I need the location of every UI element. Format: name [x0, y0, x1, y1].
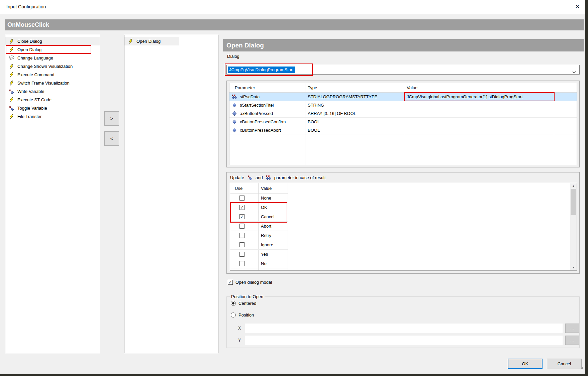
resize-grip-icon[interactable] — [579, 366, 583, 372]
position-radio-label: Position — [238, 312, 254, 318]
param-row-sstartsectiontitel[interactable]: sStartSectionTitel STRING — [229, 101, 577, 109]
result-options-header: Use Value — [230, 183, 288, 194]
add-action-button[interactable]: > — [104, 111, 119, 126]
scroll-down-icon[interactable]: ▼ — [570, 265, 577, 270]
use-checkbox[interactable] — [239, 233, 244, 238]
x-browse-button[interactable]: ... — [565, 324, 579, 333]
action-item-open-dialog[interactable]: Open Dialog — [5, 45, 100, 54]
action-item-write-variable[interactable]: Write Variable — [5, 87, 100, 96]
param-row-stpscdata[interactable]: stPscData STDIALOGPROGRAMSTARTTYPE JCmpV… — [229, 93, 577, 101]
param-value[interactable]: JCmpVisu.global.astProgramGenerator[1].s… — [405, 94, 554, 99]
result-options-scrollbar[interactable]: ▲ ▼ — [570, 183, 577, 270]
bolt-icon — [127, 39, 133, 44]
action-item-file-transfer[interactable]: File Transfer — [5, 112, 100, 121]
x-input[interactable] — [245, 324, 563, 333]
result-value: Cancel — [261, 214, 274, 219]
result-value: OK — [261, 205, 267, 210]
centered-radio-row: Centered — [231, 301, 256, 306]
bolt-icon — [8, 47, 14, 52]
action-item-execute-st-code[interactable]: Execute ST-Code — [5, 96, 100, 104]
dialog-combobox-value: JCmpPgVisu.DialogProgramStart — [228, 67, 295, 73]
chevron-down-icon[interactable] — [572, 69, 576, 75]
action-item-change-shown-visualization[interactable]: Change Shown Visualization — [5, 62, 100, 71]
update-label-prefix: Update — [230, 175, 244, 180]
scroll-up-icon[interactable]: ▲ — [570, 183, 577, 189]
y-browse-button[interactable]: ... — [565, 336, 579, 345]
position-group-title: Position to Open — [230, 294, 265, 299]
parameter-table: Parameter Type Value stPscData STDIALOGP… — [229, 83, 577, 165]
position-to-open-group: Position to Open Centered Position X ...… — [226, 296, 580, 348]
result-option-cancel: ✓ Cancel — [230, 212, 288, 222]
param-name: xButtonPressedAbort — [240, 128, 281, 133]
bolt-icon — [8, 39, 14, 44]
remove-action-button[interactable]: < — [104, 131, 119, 146]
result-option-retry: Retry — [230, 231, 288, 240]
available-actions-list: Close Dialog Open Dialog Change Language… — [5, 35, 100, 353]
use-checkbox[interactable]: ✓ — [239, 205, 244, 210]
action-item-change-language[interactable]: Change Language — [5, 54, 100, 62]
open-dialog-modal-label: Open dialog modal — [235, 280, 272, 285]
y-input[interactable] — [245, 336, 563, 345]
bolt-icon — [8, 81, 14, 86]
result-option-no: No — [230, 259, 288, 268]
action-label: Open Dialog — [136, 39, 161, 44]
action-label: Change Language — [17, 55, 53, 60]
parameter-table-header: Parameter Type Value — [229, 83, 577, 93]
update-label-and: and — [256, 175, 263, 180]
param-icon — [231, 119, 237, 124]
param-inout-icon — [231, 94, 237, 99]
event-header: OnMouseClick — [5, 19, 584, 30]
ok-button[interactable]: OK — [508, 359, 543, 369]
action-item-execute-command[interactable]: Execute Command — [5, 71, 100, 79]
configured-action-open-dialog[interactable]: Open Dialog — [124, 37, 179, 45]
use-checkbox[interactable] — [239, 261, 244, 266]
use-checkbox[interactable] — [239, 224, 244, 229]
result-value: Abort — [261, 224, 271, 229]
x-label: X — [237, 324, 242, 333]
result-value: Retry — [261, 233, 271, 238]
detail-header: Open Dialog — [223, 39, 584, 51]
dialog-field-label: Dialog — [227, 54, 239, 59]
dialog-combobox[interactable]: JCmpPgVisu.DialogProgramStart — [226, 65, 580, 75]
close-icon[interactable]: ✕ — [575, 3, 580, 10]
action-label: Toggle Variable — [17, 106, 47, 111]
titlebar: Input Configuration ✕ — [0, 0, 585, 14]
action-label: Close Dialog — [17, 39, 42, 44]
parameter-panel: Parameter Type Value stPscData STDIALOGP… — [226, 81, 580, 167]
action-label: File Transfer — [17, 114, 41, 119]
action-label: Execute ST-Code — [17, 97, 52, 102]
param-name: axButtonPressed — [240, 111, 273, 116]
column-header-value: Value — [261, 186, 272, 191]
param-name: xButtonPressedConfirm — [240, 119, 286, 124]
param-type: BOOL — [305, 128, 405, 133]
bolt-icon — [8, 72, 14, 78]
param-row-xbuttonpressedabort[interactable]: xButtonPressedAbort BOOL — [229, 126, 577, 134]
param-name: stPscData — [240, 94, 260, 99]
use-checkbox[interactable] — [239, 196, 244, 201]
param-type: BOOL — [305, 119, 405, 124]
param-icon — [231, 102, 237, 108]
param-row-xbuttonpressedconfirm[interactable]: xButtonPressedConfirm BOOL — [229, 118, 577, 126]
open-dialog-modal-checkbox[interactable]: ✓ — [228, 280, 233, 285]
centered-radio[interactable] — [231, 301, 236, 306]
position-radio[interactable] — [231, 312, 236, 318]
column-header-value: Value — [405, 85, 554, 90]
action-item-toggle-variable[interactable]: Toggle Variable — [5, 104, 100, 112]
speech-bubble-icon — [8, 55, 14, 61]
param-row-axbuttonpressed[interactable]: axButtonPressed ARRAY [0..16] OF BOOL — [229, 109, 577, 118]
bolt-icon — [8, 64, 14, 69]
configured-actions-list: Open Dialog — [124, 35, 218, 353]
toggle-variable-icon — [8, 106, 14, 111]
scrollbar-thumb[interactable] — [571, 189, 576, 215]
action-label: Write Variable — [17, 89, 44, 94]
use-checkbox[interactable]: ✓ — [239, 214, 244, 219]
param-icon — [231, 127, 237, 133]
action-item-switch-frame-visualization[interactable]: Switch Frame Visualization — [5, 79, 100, 87]
result-option-ignore: Ignore — [230, 240, 288, 250]
use-checkbox[interactable] — [239, 242, 244, 247]
update-result-title: Update and parameter in case of result — [230, 175, 326, 180]
use-checkbox[interactable] — [239, 252, 244, 257]
cancel-button[interactable]: Cancel — [547, 359, 582, 369]
action-label: Change Shown Visualization — [17, 64, 73, 69]
action-item-close-dialog[interactable]: Close Dialog — [5, 37, 100, 45]
